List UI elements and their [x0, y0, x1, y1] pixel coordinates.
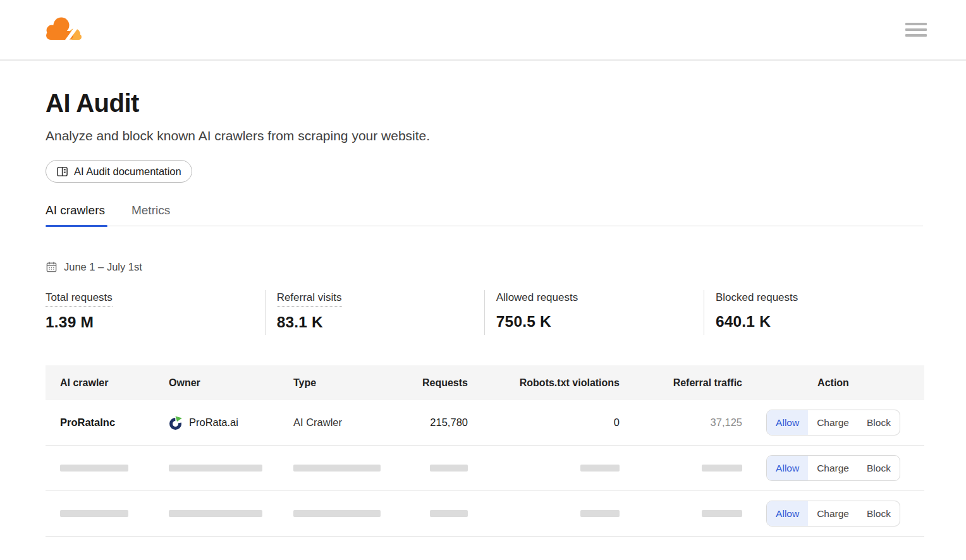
allow-button[interactable]: Allow [767, 410, 808, 435]
skeleton-bar [293, 465, 381, 472]
robots-violations-value: 0 [468, 417, 620, 429]
hamburger-menu-icon[interactable] [905, 17, 927, 42]
stats-row: Total requests 1.39 M Referral visits 83… [46, 290, 923, 335]
cloudflare-logo[interactable] [44, 15, 85, 44]
owner-name: ProRata.ai [189, 417, 238, 429]
table-header-row: AI crawler Owner Type Requests Robots.tx… [46, 365, 924, 400]
stat-blocked-requests-label: Blocked requests [716, 291, 798, 306]
date-range[interactable]: June 1 – July 1st [46, 261, 923, 273]
action-button-group: Allow Charge Block [766, 501, 900, 527]
documentation-button[interactable]: AI Audit documentation [46, 160, 192, 183]
table-row-skeleton: Allow Charge Block [46, 446, 924, 491]
calendar-icon [46, 261, 58, 273]
action-button-group: Allow Charge Block [766, 455, 900, 481]
column-header-type: Type [293, 377, 398, 389]
stat-blocked-requests-value: 640.1 K [716, 313, 923, 331]
allow-button[interactable]: Allow [767, 501, 808, 526]
charge-button[interactable]: Charge [808, 501, 858, 526]
block-button[interactable]: Block [858, 410, 900, 435]
referral-traffic-value: 37,125 [620, 417, 742, 429]
tab-metrics[interactable]: Metrics [131, 204, 173, 226]
book-icon [56, 166, 68, 178]
column-header-requests: Requests [398, 377, 468, 389]
stat-referral-visits-value: 83.1 K [277, 313, 484, 331]
skeleton-bar [580, 465, 620, 472]
main-content: AI Audit Analyze and block known AI craw… [0, 89, 966, 537]
tab-bar: AI crawlers Metrics [46, 204, 923, 226]
skeleton-bar [580, 510, 620, 517]
column-header-action: Action [742, 377, 924, 389]
requests-value: 215,780 [398, 417, 468, 429]
charge-button[interactable]: Charge [808, 410, 858, 435]
table-row-proratainc: ProRataInc ProRata.ai AI Crawler 215,780… [46, 400, 924, 446]
table-row-skeleton: Allow Charge Block [46, 491, 924, 537]
cloudflare-cloud-icon [44, 15, 85, 44]
skeleton-bar [293, 510, 381, 517]
stat-total-requests: Total requests 1.39 M [46, 290, 265, 335]
owner-cell: ProRata.ai [169, 416, 293, 430]
top-bar [0, 0, 966, 61]
block-button[interactable]: Block [858, 501, 900, 526]
stat-referral-visits: Referral visits 83.1 K [265, 290, 484, 335]
tab-ai-crawlers[interactable]: AI crawlers [46, 204, 107, 226]
crawlers-table: AI crawler Owner Type Requests Robots.tx… [46, 365, 924, 537]
stat-allowed-requests: Allowed requests 750.5 K [484, 290, 704, 335]
crawler-type: AI Crawler [293, 417, 398, 429]
stat-blocked-requests: Blocked requests 640.1 K [704, 290, 923, 335]
page-subtitle: Analyze and block known AI crawlers from… [46, 128, 923, 143]
stat-allowed-requests-value: 750.5 K [496, 313, 704, 331]
prorata-logo-icon [169, 416, 183, 430]
skeleton-bar [169, 465, 262, 472]
skeleton-bar [702, 510, 742, 517]
allow-button[interactable]: Allow [767, 456, 808, 480]
column-header-referral-traffic: Referral traffic [620, 377, 742, 389]
stat-total-requests-value: 1.39 M [46, 313, 265, 331]
skeleton-bar [60, 465, 128, 472]
crawler-name: ProRataInc [46, 417, 169, 429]
skeleton-bar [430, 510, 468, 517]
stat-total-requests-label[interactable]: Total requests [46, 291, 113, 307]
page-title: AI Audit [46, 89, 923, 118]
skeleton-bar [60, 510, 128, 517]
skeleton-bar [169, 510, 262, 517]
stat-allowed-requests-label: Allowed requests [496, 291, 578, 306]
charge-button[interactable]: Charge [808, 456, 858, 480]
stat-referral-visits-label[interactable]: Referral visits [277, 291, 342, 307]
date-range-label: June 1 – July 1st [64, 261, 142, 273]
action-button-group: Allow Charge Block [766, 410, 900, 435]
documentation-button-label: AI Audit documentation [74, 166, 181, 178]
skeleton-bar [702, 465, 742, 472]
column-header-ai-crawler: AI crawler [46, 377, 169, 389]
column-header-owner: Owner [169, 377, 293, 389]
block-button[interactable]: Block [858, 456, 900, 480]
column-header-robots-violations: Robots.txt violations [468, 377, 620, 389]
skeleton-bar [430, 465, 468, 472]
